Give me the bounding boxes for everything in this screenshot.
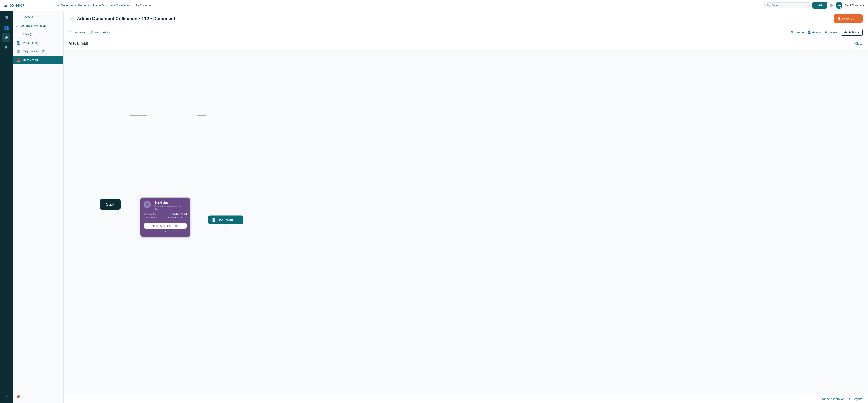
change-orientation-link[interactable]: → Change orientation [815, 397, 844, 401]
sidebar-item-label-organizations: Organizations (1) [23, 50, 45, 53]
sidebar-item-label-general: General information [20, 24, 46, 27]
person-card-collapse-button[interactable]: ∧ [144, 230, 187, 234]
add-button[interactable]: + Add [812, 2, 827, 8]
change-orientation-label: Change orientation [819, 397, 844, 401]
action-bar-right: ⚙ Handle 👤 Assign 🗑 Delete ⊙ Actions [791, 29, 863, 36]
visual-map-container: Visual map × Close Start [64, 38, 868, 403]
breadcrumb-item-1[interactable]: Document collections [61, 4, 89, 7]
view-panel-eye-icon: 👁 [152, 224, 155, 228]
sidebar-footer: 📌 « [13, 392, 63, 401]
close-x-icon: × [852, 42, 854, 45]
document-node: 📄 Document ⋮ [208, 215, 243, 224]
visual-map-canvas: Start 👤 Suraj singh Admin person collect… [64, 49, 868, 395]
document-node-menu-icon[interactable]: ⋮ [236, 218, 240, 222]
user-menu[interactable]: SG Sunil Gowda ▾ [836, 2, 864, 9]
date-created-label: Date Created [144, 216, 158, 219]
favourite-label: Favourite [73, 31, 85, 34]
visual-map-header: Visual map × Close [64, 38, 868, 49]
previous-icon: ↩ [16, 15, 19, 19]
person-card-header: 👤 Suraj singh Admin person collection • … [144, 201, 187, 210]
expand-icon[interactable]: » [6, 395, 7, 400]
page-title-text: Admin Document Collection • 112 • Docume… [77, 16, 175, 21]
start-node: Start [100, 199, 121, 210]
handle-button[interactable]: ⚙ Handle [791, 31, 804, 34]
online-dot [840, 7, 842, 8]
delete-button[interactable]: 🗑 Delete [825, 31, 837, 34]
back-to-list-label: Back to list [838, 17, 854, 20]
assign-button[interactable]: 👤 Assign [807, 31, 821, 34]
icon-rail: ⊞ 👥 ⊕ ⚑ » [0, 11, 13, 403]
sidebar-item-persons[interactable]: 👤 Persons (5) [13, 38, 63, 47]
settings-icon[interactable]: ⚙ [830, 3, 833, 7]
page-title-document-icon: 📄 [69, 16, 74, 21]
page-header: 📄 Admin Document Collection • 112 • Docu… [64, 11, 868, 27]
handle-label: Handle [795, 31, 804, 34]
search-bar[interactable]: 🔍 [765, 2, 810, 8]
actions-label: Actions [848, 31, 859, 34]
nav-icon-layers2[interactable]: ⚑ [2, 43, 10, 52]
visual-map-title: Visual map [69, 41, 88, 45]
search-icon: 🔍 [767, 4, 771, 7]
top-navigation: ☁ JOIN-DCP ← Document collections / Admi… [0, 0, 868, 11]
view-side-panel-button[interactable]: 👁 View in side panel [144, 223, 187, 229]
visual-map-close-button[interactable]: × Close [852, 42, 863, 45]
action-bar: ☆ Favourite 🕐 View history ⚙ Handle 👤 As… [64, 27, 868, 38]
sidebar-item-organizations[interactable]: 🏢 Organizations (1) [13, 47, 63, 56]
dossiers-icon: 📥 [16, 58, 21, 62]
change-orientation-arrow-icon: → [815, 397, 818, 401]
back-to-list-button[interactable]: Back to list ← [834, 14, 863, 23]
collapse-icon[interactable]: « [22, 395, 24, 399]
breadcrumb-item-2[interactable]: Admin Document Collection [92, 4, 129, 7]
nav-icon-layers[interactable]: ⊕ [2, 33, 10, 41]
breadcrumb-sep-1: / [90, 4, 91, 7]
page-title: 📄 Admin Document Collection • 112 • Docu… [69, 16, 175, 21]
document-node-file-icon: 📄 [212, 218, 216, 222]
person-card-date-row: Date Created 21/03/2024 17:12 [144, 216, 187, 219]
person-card-menu-icon[interactable]: ⋮ [183, 201, 187, 205]
search-input[interactable] [772, 4, 807, 7]
view-history-label: View history [94, 31, 110, 34]
document-node-wrapper: 📄 Document ⋮ ∨ [208, 215, 243, 228]
sidebar-item-label-files: Files (0) [23, 33, 33, 36]
sidebar-item-previous[interactable]: ↩ Previous [13, 13, 63, 21]
icon-rail-bottom: » [6, 395, 7, 400]
view-history-link[interactable]: 🕐 View history [90, 31, 110, 34]
breadcrumb-sep-2: / [130, 4, 131, 7]
app-name: JOIN-DCP [9, 4, 25, 7]
sidebar-item-general[interactable]: ℹ General information [13, 21, 63, 30]
view-side-panel-label: View in side panel [156, 224, 178, 228]
favourite-star-icon: ☆ [69, 31, 72, 34]
assign-icon: 👤 [807, 31, 811, 34]
legend-circle-icon: ⊙ [849, 397, 851, 401]
favourite-link[interactable]: ☆ Favourite [69, 31, 85, 34]
sidebar-item-files[interactable]: 📄 Files (0) [13, 30, 63, 38]
nav-icon-people[interactable]: 👥 [2, 24, 10, 32]
back-arrow-icon[interactable]: ← [56, 3, 60, 7]
delete-label: Delete [829, 31, 837, 34]
actions-circle-icon: ⊙ [844, 31, 847, 34]
pin-icon[interactable]: 📌 [16, 395, 20, 399]
close-label: Close [855, 42, 863, 45]
sidebar-item-label-dossiers: Dossiers (0) [23, 58, 39, 62]
nav-icon-dashboard[interactable]: ⊞ [2, 13, 10, 22]
created-by-value: 👤 Suraj Kumar [169, 212, 187, 215]
history-clock-icon: 🕐 [90, 31, 93, 34]
document-node-expand-button[interactable]: ∨ [225, 225, 227, 228]
legend-link[interactable]: ⊙ Legend [849, 397, 863, 401]
legend-label: Legend [853, 397, 863, 401]
person-card-subtitle: Admin person collection • 303 [154, 205, 183, 210]
actions-button[interactable]: ⊙ Actions [841, 29, 863, 36]
breadcrumb-item-3: 112 • Document [132, 4, 153, 7]
sidebar-item-dossiers[interactable]: 📥 Dossiers (0) [13, 56, 63, 64]
logo-icon: ☁ [4, 3, 8, 8]
created-by-person-icon: 👤 [169, 212, 172, 215]
main-layout: ⊞ 👥 ⊕ ⚑ » ↩ Previous ℹ General informati… [0, 11, 868, 403]
user-dropdown-icon: ▾ [863, 4, 864, 7]
breadcrumb: ← Document collections / Admin Document … [56, 3, 762, 7]
sidebar-item-label-persons: Persons (5) [23, 41, 38, 44]
back-to-list-arrow: ← [855, 17, 858, 20]
date-created-value: 21/03/2024 17:12 [167, 216, 187, 219]
general-info-icon: ℹ [16, 24, 18, 28]
handle-icon: ⚙ [791, 31, 794, 34]
document-node-label: Document [218, 218, 233, 222]
